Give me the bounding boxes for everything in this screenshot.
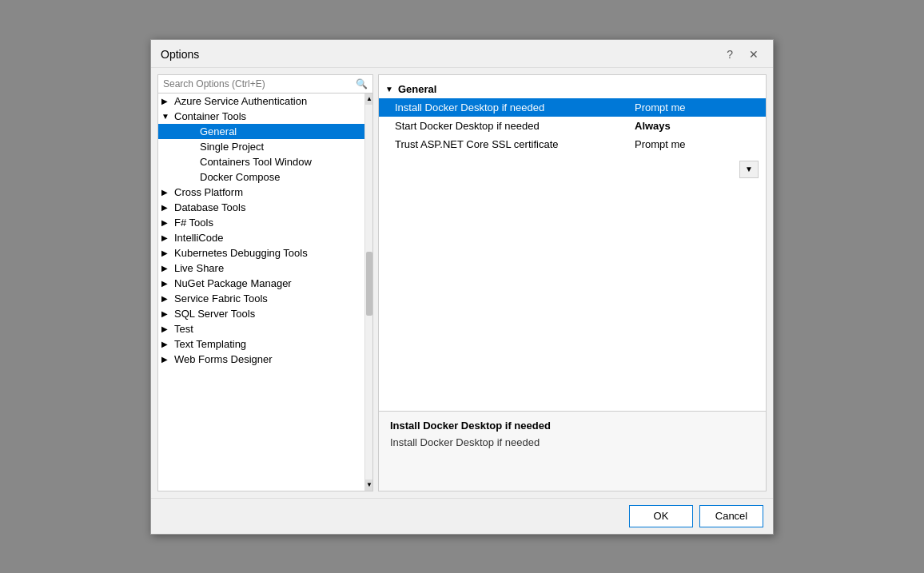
cancel-button[interactable]: Cancel [699, 505, 763, 527]
tree-arrow-container-tools: ▼ [161, 112, 171, 121]
tree-arrow-sql-server: ▶ [161, 309, 171, 318]
title-bar: Options ? ✕ [151, 40, 773, 68]
tree-label-sql-server: SQL Server Tools [174, 308, 255, 320]
tree-arrow-nuget: ▶ [161, 279, 171, 288]
search-input[interactable] [163, 78, 356, 90]
description-panel: Install Docker Desktop if needed Install… [379, 411, 766, 491]
tree-arrow-service-fabric: ▶ [161, 294, 171, 303]
tree-label-database-tools: Database Tools [174, 201, 245, 213]
title-bar-buttons: ? ✕ [722, 46, 763, 62]
tree-label-container-tools: Container Tools [174, 110, 246, 122]
scroll-up-button[interactable]: ▲ [365, 94, 372, 105]
tree-label-cross-platform: Cross Platform [174, 186, 243, 198]
tree-label-live-share: Live Share [174, 262, 224, 274]
tree-arrow-text-templating: ▶ [161, 340, 171, 348]
tree-item-text-templating[interactable]: ▶Text Templating [158, 336, 364, 352]
setting-row-trust-ssl[interactable]: Trust ASP.NET Core SSL certificatePrompt… [379, 135, 766, 153]
tree-item-database-tools[interactable]: ▶Database Tools [158, 200, 364, 215]
tree-item-live-share[interactable]: ▶Live Share [158, 261, 364, 276]
dialog-title: Options [161, 48, 199, 61]
tree-item-azure[interactable]: ▶Azure Service Authentication [158, 94, 364, 109]
tree-arrow-web-forms: ▶ [161, 355, 171, 364]
tree-item-kubernetes[interactable]: ▶Kubernetes Debugging Tools [158, 245, 364, 261]
tree-arrow-intellicode: ▶ [161, 233, 171, 242]
section-arrow: ▼ [385, 85, 393, 94]
tree-item-single-project[interactable]: Single Project [158, 139, 364, 154]
setting-value-start-docker: Always [635, 120, 750, 132]
tree-item-container-tools[interactable]: ▼Container Tools [158, 109, 364, 124]
setting-value-install-docker: Prompt me [635, 101, 750, 113]
settings-rows: Install Docker Desktop if neededPrompt m… [379, 98, 766, 153]
description-text: Install Docker Desktop if needed [390, 436, 755, 448]
tree-label-docker-compose: Docker Compose [200, 171, 280, 183]
tree-label-single-project: Single Project [200, 141, 264, 153]
tree: ▶Azure Service Authentication▼Container … [158, 94, 364, 491]
tree-arrow-database-tools: ▶ [161, 203, 171, 212]
settings-area: ▼ General Install Docker Desktop if need… [379, 75, 766, 411]
scrollbar[interactable]: ▲ ▼ [364, 94, 372, 491]
search-icon: 🔍 [356, 78, 368, 90]
setting-value-trust-ssl: Prompt me [635, 138, 750, 150]
scroll-down-button[interactable]: ▼ [365, 479, 372, 491]
tree-item-fsharp-tools[interactable]: ▶F# Tools [158, 215, 364, 230]
setting-name-install-docker: Install Docker Desktop if needed [395, 101, 635, 113]
content-area: 🔍 ▶Azure Service Authentication▼Containe… [157, 74, 767, 491]
description-title: Install Docker Desktop if needed [390, 420, 755, 432]
tree-item-general[interactable]: General [158, 124, 364, 139]
tree-arrow-live-share: ▶ [161, 264, 171, 273]
tree-label-web-forms: Web Forms Designer [174, 353, 273, 365]
close-button[interactable]: ✕ [744, 46, 763, 62]
setting-name-start-docker: Start Docker Desktop if needed [395, 120, 635, 132]
section-label: General [398, 83, 436, 95]
tree-label-service-fabric: Service Fabric Tools [174, 292, 268, 304]
tree-item-nuget[interactable]: ▶NuGet Package Manager [158, 276, 364, 291]
tree-label-fsharp-tools: F# Tools [174, 217, 213, 229]
tree-item-sql-server[interactable]: ▶SQL Server Tools [158, 306, 364, 321]
tree-arrow-cross-platform: ▶ [161, 188, 171, 197]
search-box: 🔍 [158, 75, 372, 94]
setting-row-install-docker[interactable]: Install Docker Desktop if neededPrompt m… [379, 98, 766, 117]
tree-label-containers-tool-window: Containers Tool Window [200, 156, 312, 168]
footer: OK Cancel [151, 498, 773, 534]
setting-row-start-docker[interactable]: Start Docker Desktop if neededAlways [379, 117, 766, 135]
tree-item-containers-tool-window[interactable]: Containers Tool Window [158, 154, 364, 169]
tree-label-azure: Azure Service Authentication [174, 95, 307, 107]
tree-item-web-forms[interactable]: ▶Web Forms Designer [158, 352, 364, 367]
tree-arrow-test: ▶ [161, 324, 171, 333]
tree-item-test[interactable]: ▶Test [158, 321, 364, 336]
setting-name-trust-ssl: Trust ASP.NET Core SSL certificate [395, 138, 635, 150]
scrollbar-thumb[interactable] [366, 252, 372, 316]
dropdown-button[interactable]: ▼ [739, 161, 759, 178]
tree-item-cross-platform[interactable]: ▶Cross Platform [158, 185, 364, 200]
section-header: ▼ General [379, 80, 766, 98]
tree-arrow-kubernetes: ▶ [161, 249, 171, 257]
help-button[interactable]: ? [722, 46, 738, 62]
tree-item-docker-compose[interactable]: Docker Compose [158, 169, 364, 185]
tree-item-service-fabric[interactable]: ▶Service Fabric Tools [158, 291, 364, 306]
tree-label-text-templating: Text Templating [174, 338, 246, 350]
ok-button[interactable]: OK [629, 505, 693, 527]
tree-item-intellicode[interactable]: ▶IntelliCode [158, 230, 364, 245]
options-dialog: Options ? ✕ 🔍 ▶Azure Service Authenticat… [150, 39, 774, 535]
tree-label-general: General [200, 125, 237, 137]
tree-label-kubernetes: Kubernetes Debugging Tools [174, 247, 308, 259]
right-wrapper: ▼ General Install Docker Desktop if need… [378, 74, 767, 491]
tree-scroll-wrapper: ▶Azure Service Authentication▼Container … [158, 94, 372, 491]
right-panel: ▼ General Install Docker Desktop if need… [378, 74, 767, 491]
tree-label-nuget: NuGet Package Manager [174, 277, 292, 289]
tree-label-intellicode: IntelliCode [174, 232, 223, 244]
tree-label-test: Test [174, 323, 193, 335]
tree-arrow-fsharp-tools: ▶ [161, 218, 171, 227]
tree-arrow-azure: ▶ [161, 97, 171, 105]
left-panel: 🔍 ▶Azure Service Authentication▼Containe… [157, 74, 373, 491]
